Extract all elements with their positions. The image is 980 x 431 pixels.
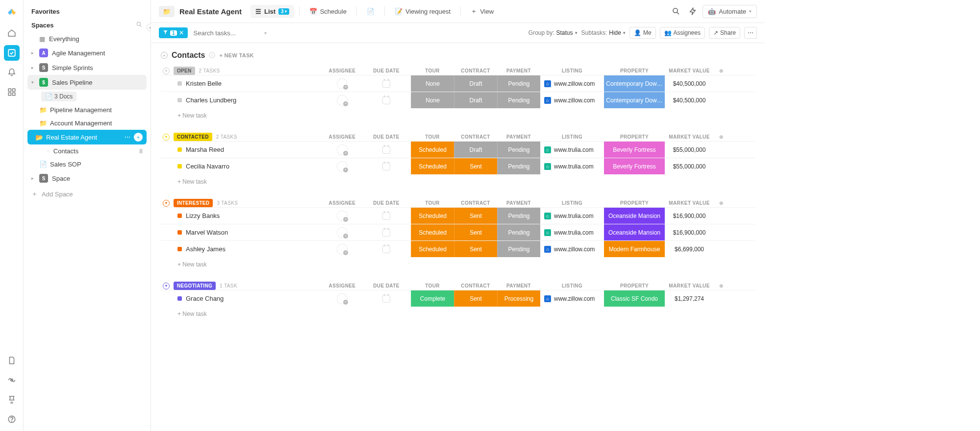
info-icon[interactable]: ⓘ — [209, 51, 215, 60]
listing-cell[interactable]: ⌂ www.trulia.com — [540, 208, 604, 224]
home-icon[interactable] — [4, 25, 20, 41]
status-pill[interactable]: NEGOTIATING — [174, 282, 216, 290]
status-dot-icon[interactable] — [177, 214, 182, 218]
property-cell[interactable]: Classic SF Condo — [604, 290, 665, 307]
task-row[interactable]: Marsha Reed Scheduled Draft Pending ⌂ ww… — [161, 141, 755, 158]
due-date-placeholder[interactable] — [382, 163, 390, 170]
due-date-placeholder[interactable] — [382, 80, 390, 88]
sidebar-space-generic[interactable]: ▸ S Space — [24, 171, 151, 186]
add-column-icon[interactable]: ⊕ — [714, 283, 729, 288]
status-dot-icon[interactable] — [177, 247, 182, 251]
more-button[interactable]: ⋯ — [744, 27, 757, 39]
payment-cell[interactable]: Processing — [497, 290, 540, 307]
assignee-placeholder[interactable] — [337, 293, 348, 304]
sidebar-list-contacts[interactable]: ○ Contacts 8 — [24, 144, 151, 158]
new-task-button[interactable]: + NEW TASK — [219, 52, 253, 58]
add-column-icon[interactable]: ⊕ — [714, 134, 729, 140]
due-date-placeholder[interactable] — [382, 245, 390, 253]
folder-chip[interactable]: 📁 — [159, 6, 175, 17]
close-icon[interactable]: ✕ — [179, 29, 184, 36]
due-date-placeholder[interactable] — [382, 295, 390, 303]
goals-icon[interactable] — [4, 392, 20, 407]
contract-cell[interactable]: Sent — [454, 241, 497, 257]
status-dot-icon[interactable] — [177, 147, 182, 152]
property-cell[interactable]: Contemporary Dow… — [604, 92, 665, 108]
view-doc[interactable]: 📄 — [362, 5, 379, 18]
subtasks-selector[interactable]: Subtasks: Hide ▾ — [581, 29, 626, 36]
tour-cell[interactable]: None — [411, 75, 454, 92]
payment-cell[interactable]: Pending — [497, 241, 540, 257]
contract-cell[interactable]: Draft — [454, 92, 497, 108]
sidebar-folder-account[interactable]: 📁 Account Management — [24, 117, 151, 130]
contract-cell[interactable]: Sent — [454, 290, 497, 307]
view-list[interactable]: ☰ List 3▾ — [251, 5, 294, 18]
value-cell[interactable]: $40,500,000 — [665, 75, 714, 92]
search-icon[interactable] — [669, 4, 683, 18]
share-button[interactable]: ↗Share — [709, 27, 740, 39]
assignee-placeholder[interactable] — [337, 78, 348, 89]
search-icon[interactable] — [136, 21, 143, 29]
new-task-row[interactable]: + New task — [161, 257, 755, 268]
payment-cell[interactable]: Pending — [497, 142, 540, 158]
listing-cell[interactable]: ⌂ www.zillow.com — [540, 92, 604, 108]
due-date-placeholder[interactable] — [382, 212, 390, 220]
task-row[interactable]: Charles Lundberg None Draft Pending ⌂ ww… — [161, 92, 755, 108]
filter-chip[interactable]: 1 ✕ — [159, 27, 188, 38]
contract-cell[interactable]: Draft — [454, 142, 497, 158]
assignee-placeholder[interactable] — [337, 161, 348, 172]
listing-cell[interactable]: ⌂ www.trulia.com — [540, 158, 604, 174]
task-row[interactable]: Kristen Belle None Draft Pending ⌂ www.z… — [161, 75, 755, 92]
assignee-placeholder[interactable] — [337, 244, 348, 255]
group-by-selector[interactable]: Group by: Status ▾ — [528, 29, 578, 36]
tour-cell[interactable]: Scheduled — [411, 158, 454, 174]
status-dot-icon[interactable] — [177, 81, 182, 86]
value-cell[interactable]: $40,500,000 — [665, 92, 714, 108]
search-input[interactable] — [192, 27, 260, 39]
assignees-button[interactable]: 👥Assignees — [660, 27, 705, 39]
status-pill[interactable]: INTERESTED — [174, 199, 213, 207]
collapse-sidebar-icon[interactable]: ◀ — [147, 24, 151, 31]
help-icon[interactable] — [4, 411, 20, 427]
value-cell[interactable]: $6,699,000 — [665, 241, 714, 257]
me-button[interactable]: 👤Me — [629, 27, 656, 39]
property-cell[interactable]: Oceanside Mansion — [604, 208, 665, 224]
property-cell[interactable]: Beverly Fortress — [604, 142, 665, 158]
contract-cell[interactable]: Sent — [454, 208, 497, 224]
sidebar-folder-realestate[interactable]: 📂 Real Estate Agent ⋯ ＋ — [27, 130, 147, 144]
assignee-placeholder[interactable] — [337, 211, 348, 221]
due-date-placeholder[interactable] — [382, 146, 390, 154]
contract-cell[interactable]: Draft — [454, 75, 497, 92]
status-dot-icon[interactable] — [177, 164, 182, 168]
status-dot-icon[interactable] — [177, 230, 182, 235]
contract-cell[interactable]: Sent — [454, 158, 497, 174]
assignee-placeholder[interactable] — [337, 95, 348, 106]
payment-cell[interactable]: Pending — [497, 208, 540, 224]
sidebar-folder-pipeline[interactable]: 📁 Pipeline Management — [24, 103, 151, 117]
add-icon[interactable]: ＋ — [134, 133, 143, 142]
tour-cell[interactable]: Scheduled — [411, 224, 454, 240]
logo-icon[interactable] — [4, 6, 20, 22]
favorites-heading[interactable]: Favorites — [24, 5, 151, 18]
payment-cell[interactable]: Pending — [497, 224, 540, 240]
payment-cell[interactable]: Pending — [497, 75, 540, 92]
due-date-placeholder[interactable] — [382, 96, 390, 104]
sidebar-space-agile[interactable]: ▸ A Agile Management — [24, 46, 151, 60]
more-icon[interactable]: ⋯ — [123, 133, 132, 142]
docs-icon[interactable] — [4, 353, 20, 368]
add-space-button[interactable]: ＋ Add Space — [24, 186, 151, 202]
pulse-icon[interactable] — [4, 372, 20, 388]
notifications-icon[interactable] — [4, 65, 20, 80]
value-cell[interactable]: $16,900,000 — [665, 208, 714, 224]
listing-cell[interactable]: ⌂ www.trulia.com — [540, 142, 604, 158]
tasks-icon[interactable] — [4, 45, 20, 61]
task-row[interactable]: Lizzy Banks Scheduled Sent Pending ⌂ www… — [161, 207, 755, 224]
tour-cell[interactable]: Scheduled — [411, 142, 454, 158]
listing-cell[interactable]: ⌂ www.zillow.com — [540, 290, 604, 307]
add-column-icon[interactable]: ⊕ — [714, 68, 729, 73]
collapse-group-icon[interactable]: ▾ — [163, 134, 170, 141]
listing-cell[interactable]: ⌂ www.trulia.com — [540, 224, 604, 240]
task-row[interactable]: Grace Chang Complete Sent Processing ⌂ w… — [161, 290, 755, 307]
property-cell[interactable]: Beverly Fortress — [604, 158, 665, 174]
tour-cell[interactable]: Complete — [411, 290, 454, 307]
sidebar-space-sprint[interactable]: ▸ S Simple Sprints — [24, 60, 151, 75]
